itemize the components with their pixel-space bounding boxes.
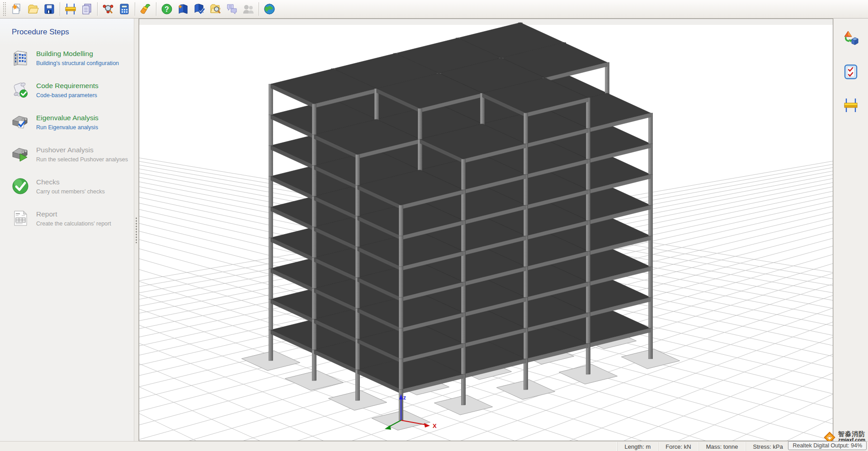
member-checks-icon [843,64,859,80]
splitter-grip-dots [136,217,137,243]
building-icon [11,48,30,67]
step-building-modelling[interactable]: Building Modelling Building's structural… [11,48,134,67]
step-title: Eigenvalue Analysis [36,113,99,122]
step-title: Code Requirements [36,81,99,90]
sidebar-splitter[interactable] [134,19,139,441]
user-manual-button[interactable] [175,1,191,17]
scroll-check-icon [11,80,30,99]
verification-manual-button[interactable] [191,1,208,17]
svg-text:X: X [433,423,437,429]
svg-text:z: z [403,395,406,401]
open-folder-icon [27,3,39,15]
frame-element-icon [64,3,77,15]
forum-button-disabled [240,1,256,17]
report-button[interactable] [79,1,95,17]
status-stress-unit: Stress: kPa [745,442,790,451]
main-toolbar: ? [0,0,868,19]
toolbar-grip[interactable] [3,2,6,16]
main-area: Procedure Steps Bu [0,19,868,441]
step-eigenvalue-analysis[interactable]: Eigenvalue Analysis Run Eigenvalue analy… [11,113,134,132]
toolbar-separator [135,2,135,16]
step-subtitle: Carry out members' checks [36,188,105,196]
paintbrush-icon [139,3,152,15]
frame-element-icon [843,97,859,113]
processor-check-icon [11,113,30,132]
step-report[interactable]: Report Create the calculations' report [11,209,134,228]
step-title: Building Modelling [36,49,119,58]
right-tool-strip [833,19,868,441]
deformed-shape-button[interactable] [841,28,861,48]
verification-book-icon [193,3,206,15]
save-project-button[interactable] [41,1,57,17]
new-project-icon [10,3,23,15]
model-viewport[interactable]: Xz [139,19,833,441]
step-subtitle: Run the selected Pushover analyses [36,156,128,164]
toolbar-separator [97,2,98,16]
toolbar-separator [156,2,156,16]
processor-run-icon [11,145,30,164]
deformed-shape-icon [843,30,859,47]
check-circle-icon [11,177,30,196]
status-length-unit: Length: m [617,442,658,451]
step-subtitle: Create the calculations' report [36,220,111,228]
status-bar: Length: m Force: kN Mass: tonne Stress: … [0,441,868,451]
open-project-button[interactable] [25,1,41,17]
model-search-icon [102,3,114,15]
frame-elements-view-button[interactable] [841,95,861,115]
status-mass-unit: Mass: tonne [698,442,745,451]
feedback-chat-icon [226,3,238,15]
frame-elements-button[interactable] [62,1,79,17]
step-title: Report [36,210,111,219]
svg-text:?: ? [165,5,169,13]
display-options-button[interactable] [137,1,154,17]
website-button[interactable] [261,1,278,17]
step-title: Checks [36,178,105,187]
calculator-icon [118,3,131,15]
status-force-unit: Force: kN [658,442,698,451]
toolbar-separator [259,2,259,16]
panel-title: Procedure Steps [12,28,134,37]
view-model-button[interactable] [100,1,116,17]
website-globe-icon [263,3,276,15]
help-button[interactable]: ? [159,1,175,17]
procedure-steps-panel: Procedure Steps Bu [0,19,134,441]
step-title: Pushover Analysis [36,146,128,155]
volume-osd-tooltip: Realtek Digital Output: 94% [788,441,867,450]
browse-examples-button[interactable] [208,1,224,17]
save-icon [43,3,56,15]
step-subtitle: Code-based parameters [36,92,99,99]
new-project-button[interactable] [9,1,25,17]
search-folder-icon [209,3,222,15]
feedback-button[interactable] [224,1,240,17]
help-icon: ? [160,3,173,15]
step-subtitle: Run Eigenvalue analysis [36,124,99,132]
report-document-icon [80,3,93,15]
step-pushover-analysis[interactable]: Pushover Analysis Run the selected Pusho… [11,145,134,164]
member-checks-button[interactable] [841,62,861,82]
report-page-icon [11,209,30,228]
toolbar-separator [60,2,60,16]
run-analysis-button[interactable] [116,1,132,17]
step-checks[interactable]: Checks Carry out members' checks [11,177,134,196]
users-disabled-icon [242,3,255,15]
user-manual-icon [177,3,189,15]
step-subtitle: Building's structural configuration [36,60,119,67]
building-3d-scene: Xz [139,19,833,441]
step-code-requirements[interactable]: Code Requirements Code-based parameters [11,80,134,99]
watermark-cn-text: 智淼消防 [838,431,865,437]
